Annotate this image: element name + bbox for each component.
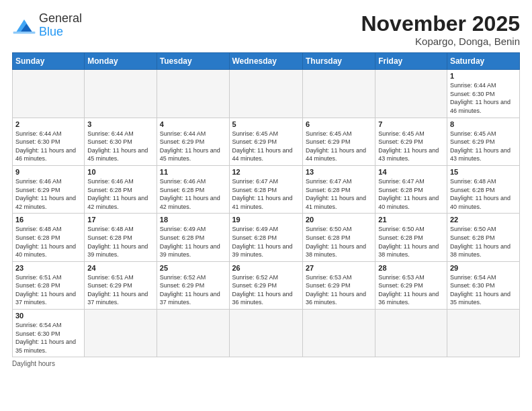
calendar-cell: 13Sunrise: 6:47 AMSunset: 6:28 PMDayligh…	[302, 165, 375, 213]
calendar-cell: 1Sunrise: 6:44 AMSunset: 6:30 PMDaylight…	[447, 70, 519, 118]
calendar-cell: 8Sunrise: 6:45 AMSunset: 6:29 PMDaylight…	[447, 118, 519, 165]
day-info: Sunrise: 6:46 AMSunset: 6:28 PMDaylight:…	[160, 177, 226, 211]
calendar-cell: 3Sunrise: 6:44 AMSunset: 6:30 PMDaylight…	[85, 118, 157, 165]
day-info: Sunrise: 6:48 AMSunset: 6:28 PMDaylight:…	[87, 225, 153, 259]
day-of-week-friday: Friday	[375, 53, 447, 70]
calendar-cell: 18Sunrise: 6:49 AMSunset: 6:28 PMDayligh…	[157, 214, 229, 261]
day-info: Sunrise: 6:50 AMSunset: 6:28 PMDaylight:…	[450, 225, 517, 259]
day-info: Sunrise: 6:49 AMSunset: 6:28 PMDaylight:…	[232, 225, 300, 259]
day-info: Sunrise: 6:48 AMSunset: 6:28 PMDaylight:…	[450, 177, 517, 211]
day-info: Sunrise: 6:46 AMSunset: 6:29 PMDaylight:…	[15, 177, 81, 211]
day-of-week-monday: Monday	[85, 53, 157, 70]
calendar-cell: 22Sunrise: 6:50 AMSunset: 6:28 PMDayligh…	[447, 214, 519, 261]
day-of-week-tuesday: Tuesday	[157, 53, 229, 70]
calendar-cell: 29Sunrise: 6:54 AMSunset: 6:30 PMDayligh…	[447, 261, 519, 309]
calendar-cell: 12Sunrise: 6:47 AMSunset: 6:28 PMDayligh…	[229, 165, 302, 213]
calendar-cell	[157, 310, 229, 357]
calendar-cell: 4Sunrise: 6:44 AMSunset: 6:29 PMDaylight…	[157, 118, 229, 165]
calendar-cell: 25Sunrise: 6:52 AMSunset: 6:29 PMDayligh…	[157, 261, 229, 309]
logo-text: General Blue	[39, 12, 82, 39]
calendar-cell: 10Sunrise: 6:46 AMSunset: 6:28 PMDayligh…	[85, 165, 157, 213]
week-row-3: 16Sunrise: 6:48 AMSunset: 6:28 PMDayligh…	[13, 214, 520, 261]
calendar-cell	[157, 70, 229, 118]
day-info: Sunrise: 6:45 AMSunset: 6:29 PMDaylight:…	[232, 130, 300, 163]
day-number: 15	[450, 168, 517, 176]
day-number: 6	[306, 120, 372, 128]
day-info: Sunrise: 6:51 AMSunset: 6:28 PMDaylight:…	[15, 273, 81, 307]
day-number: 28	[378, 264, 444, 272]
day-info: Sunrise: 6:51 AMSunset: 6:29 PMDaylight:…	[87, 273, 153, 307]
day-number: 10	[87, 168, 153, 176]
day-number: 22	[450, 216, 517, 224]
day-number: 13	[306, 168, 372, 176]
day-of-week-sunday: Sunday	[13, 53, 85, 70]
calendar-cell	[375, 70, 447, 118]
day-of-week-saturday: Saturday	[447, 53, 519, 70]
day-number: 18	[160, 216, 226, 224]
day-info: Sunrise: 6:53 AMSunset: 6:29 PMDaylight:…	[306, 273, 372, 307]
day-info: Sunrise: 6:44 AMSunset: 6:30 PMDaylight:…	[450, 81, 517, 115]
day-info: Sunrise: 6:47 AMSunset: 6:28 PMDaylight:…	[232, 177, 300, 211]
calendar-cell	[302, 70, 375, 118]
day-info: Sunrise: 6:44 AMSunset: 6:30 PMDaylight:…	[87, 130, 153, 163]
calendar-cell: 28Sunrise: 6:53 AMSunset: 6:29 PMDayligh…	[375, 261, 447, 309]
calendar-cell: 5Sunrise: 6:45 AMSunset: 6:29 PMDaylight…	[229, 118, 302, 165]
calendar-cell: 9Sunrise: 6:46 AMSunset: 6:29 PMDaylight…	[13, 165, 85, 213]
footer: Daylight hours	[12, 360, 520, 367]
day-number: 21	[378, 216, 444, 224]
calendar-cell: 27Sunrise: 6:53 AMSunset: 6:29 PMDayligh…	[302, 261, 375, 309]
calendar-cell	[85, 70, 157, 118]
calendar-cell	[447, 310, 519, 357]
day-info: Sunrise: 6:50 AMSunset: 6:28 PMDaylight:…	[306, 225, 372, 259]
day-of-week-thursday: Thursday	[302, 53, 375, 70]
calendar-cell: 7Sunrise: 6:45 AMSunset: 6:29 PMDaylight…	[375, 118, 447, 165]
page: General Blue November 2025 Kopargo, Dong…	[0, 0, 532, 411]
week-row-4: 23Sunrise: 6:51 AMSunset: 6:28 PMDayligh…	[13, 261, 520, 309]
calendar: SundayMondayTuesdayWednesdayThursdayFrid…	[12, 52, 520, 357]
calendar-cell	[13, 70, 85, 118]
day-info: Sunrise: 6:47 AMSunset: 6:28 PMDaylight:…	[306, 177, 372, 211]
calendar-cell: 17Sunrise: 6:48 AMSunset: 6:28 PMDayligh…	[85, 214, 157, 261]
day-info: Sunrise: 6:53 AMSunset: 6:29 PMDaylight:…	[378, 273, 444, 307]
day-number: 12	[232, 168, 300, 176]
week-row-5: 30Sunrise: 6:54 AMSunset: 6:30 PMDayligh…	[13, 310, 520, 357]
day-info: Sunrise: 6:44 AMSunset: 6:29 PMDaylight:…	[160, 130, 226, 163]
day-number: 4	[160, 120, 226, 128]
day-number: 27	[306, 264, 372, 272]
calendar-cell	[375, 310, 447, 357]
calendar-cell: 6Sunrise: 6:45 AMSunset: 6:29 PMDaylight…	[302, 118, 375, 165]
calendar-cell: 30Sunrise: 6:54 AMSunset: 6:30 PMDayligh…	[13, 310, 85, 357]
calendar-cell: 20Sunrise: 6:50 AMSunset: 6:28 PMDayligh…	[302, 214, 375, 261]
day-number: 29	[450, 264, 517, 272]
calendar-cell: 16Sunrise: 6:48 AMSunset: 6:28 PMDayligh…	[13, 214, 85, 261]
calendar-cell	[85, 310, 157, 357]
calendar-header-row: SundayMondayTuesdayWednesdayThursdayFrid…	[13, 53, 520, 70]
logo: General Blue	[12, 12, 82, 39]
day-number: 24	[87, 264, 153, 272]
day-info: Sunrise: 6:45 AMSunset: 6:29 PMDaylight:…	[378, 130, 444, 163]
day-number: 9	[15, 168, 81, 176]
week-row-1: 2Sunrise: 6:44 AMSunset: 6:30 PMDaylight…	[13, 118, 520, 165]
title-block: November 2025 Kopargo, Donga, Benin	[361, 12, 520, 47]
day-info: Sunrise: 6:52 AMSunset: 6:29 PMDaylight:…	[160, 273, 226, 307]
day-number: 30	[15, 312, 81, 320]
day-info: Sunrise: 6:54 AMSunset: 6:30 PMDaylight:…	[450, 273, 517, 307]
day-info: Sunrise: 6:48 AMSunset: 6:28 PMDaylight:…	[15, 225, 81, 259]
calendar-cell: 11Sunrise: 6:46 AMSunset: 6:28 PMDayligh…	[157, 165, 229, 213]
calendar-cell	[229, 310, 302, 357]
day-number: 7	[378, 120, 444, 128]
day-info: Sunrise: 6:44 AMSunset: 6:30 PMDaylight:…	[15, 130, 81, 163]
calendar-cell	[302, 310, 375, 357]
day-info: Sunrise: 6:45 AMSunset: 6:29 PMDaylight:…	[450, 130, 517, 163]
header: General Blue November 2025 Kopargo, Dong…	[12, 12, 520, 47]
day-number: 5	[232, 120, 300, 128]
calendar-cell: 21Sunrise: 6:50 AMSunset: 6:28 PMDayligh…	[375, 214, 447, 261]
week-row-0: 1Sunrise: 6:44 AMSunset: 6:30 PMDaylight…	[13, 70, 520, 118]
location: Kopargo, Donga, Benin	[361, 36, 520, 47]
calendar-cell: 15Sunrise: 6:48 AMSunset: 6:28 PMDayligh…	[447, 165, 519, 213]
day-info: Sunrise: 6:45 AMSunset: 6:29 PMDaylight:…	[306, 130, 372, 163]
logo-icon	[12, 16, 36, 35]
calendar-cell: 2Sunrise: 6:44 AMSunset: 6:30 PMDaylight…	[13, 118, 85, 165]
day-number: 25	[160, 264, 226, 272]
svg-rect-2	[13, 32, 36, 34]
